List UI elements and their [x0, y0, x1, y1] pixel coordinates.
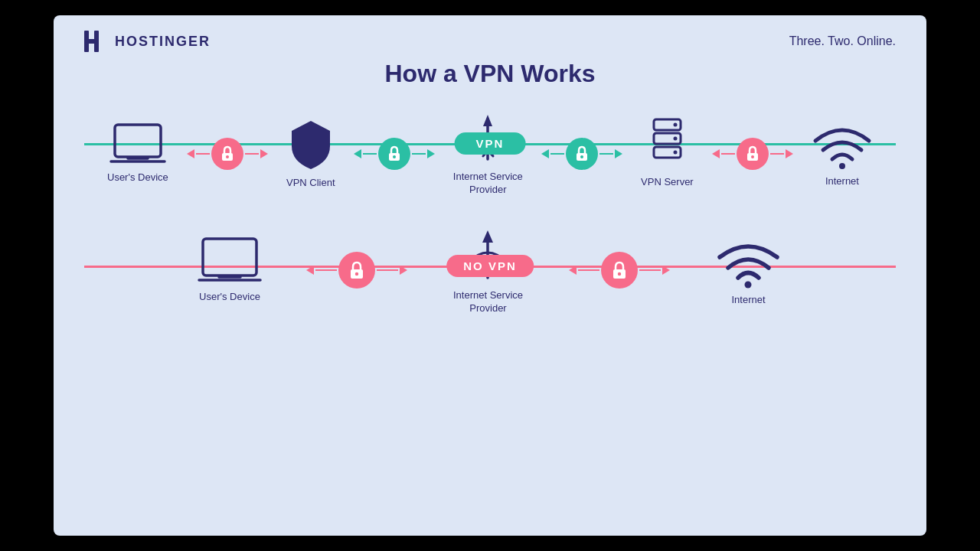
logo-icon — [84, 31, 109, 52]
arrow-lock-3-vpn — [541, 138, 622, 170]
vpn-server-node: VPN Server — [641, 118, 694, 189]
lock-icon-3 — [574, 145, 590, 162]
svg-point-22 — [839, 163, 845, 169]
lock-icon — [220, 145, 235, 162]
internet-vpn-label: Internet — [825, 175, 859, 188]
svg-point-17 — [673, 123, 677, 127]
vpn-server-label: VPN Server — [641, 176, 694, 189]
lock-icon-novpn-1 — [348, 261, 365, 280]
novpn-section: NO VPN User's Device — [84, 226, 896, 344]
laptop-icon-vpn — [111, 123, 165, 165]
arrow-lock-2-vpn — [354, 138, 435, 170]
novpn-label: NO VPN — [446, 255, 534, 277]
vpn-client-label: VPN Client — [286, 177, 335, 190]
laptop-icon-novpn — [199, 237, 260, 285]
page-title: How a VPN Works — [84, 60, 896, 88]
arrow-lock-2-novpn — [569, 252, 670, 289]
users-device-vpn-label: User's Device — [107, 171, 168, 184]
svg-point-18 — [673, 137, 677, 141]
vpn-label: VPN — [455, 132, 526, 155]
tagline: Three. Two. Online. — [789, 34, 896, 48]
lock-icon-4 — [745, 145, 760, 162]
svg-point-21 — [751, 155, 754, 158]
arrow-lock-1-vpn — [187, 138, 268, 170]
svg-point-9 — [393, 155, 396, 158]
wifi-icon-novpn — [716, 234, 781, 288]
shield-icon — [288, 117, 334, 171]
svg-point-7 — [226, 155, 229, 158]
vpn-client-node: VPN Client — [286, 117, 335, 190]
internet-vpn-node: Internet — [812, 119, 873, 188]
svg-marker-29 — [482, 230, 493, 243]
wifi-icon-vpn — [812, 119, 873, 169]
arrow-lock-4-vpn — [712, 138, 793, 170]
main-container: HOSTINGER Three. Two. Online. How a VPN … — [54, 15, 926, 536]
svg-point-31 — [618, 272, 621, 276]
svg-rect-2 — [84, 39, 99, 44]
internet-novpn-label: Internet — [731, 294, 765, 307]
svg-point-32 — [745, 281, 752, 288]
lock-icon-2 — [387, 145, 402, 162]
server-icon — [646, 118, 688, 170]
isp-vpn-label: Internet ServiceProvider — [453, 171, 523, 197]
arrow-lock-1-novpn — [306, 252, 407, 289]
svg-marker-11 — [483, 115, 492, 126]
svg-point-27 — [355, 272, 358, 276]
svg-rect-23 — [203, 239, 256, 276]
isp-novpn-label: Internet ServiceProvider — [453, 289, 523, 315]
lock-icon-novpn-2 — [611, 261, 628, 280]
svg-point-19 — [673, 151, 677, 155]
header: HOSTINGER Three. Two. Online. — [84, 31, 896, 52]
users-device-novpn-label: User's Device — [199, 291, 260, 304]
vpn-section: VPN User's Device — [84, 103, 896, 203]
svg-rect-3 — [115, 125, 161, 157]
logo-text: HOSTINGER — [115, 34, 211, 50]
internet-novpn-node: Internet — [716, 234, 781, 307]
svg-point-13 — [580, 155, 583, 158]
users-device-vpn-node: User's Device — [107, 123, 168, 184]
users-device-novpn-node: User's Device — [199, 237, 260, 304]
logo: HOSTINGER — [84, 31, 211, 52]
